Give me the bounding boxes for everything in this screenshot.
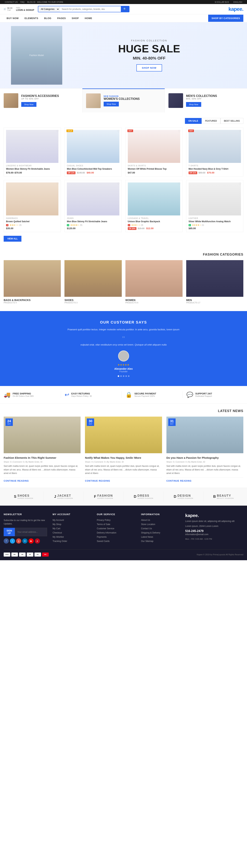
brand-shoes[interactable]: S SHOES SUPER FASHION [4, 492, 43, 502]
heart-icon-3[interactable]: ♡ [178, 129, 181, 133]
product-category-8: LEATHER [189, 217, 241, 219]
newsletter-email-input[interactable] [15, 528, 47, 536]
brand-design[interactable]: D DESIGN SUPER FASHION [163, 492, 204, 502]
cat-men-sub: MIN. 50% OFF [186, 98, 217, 100]
nav-item-home[interactable]: HOME [82, 14, 95, 22]
testimonial-dot-1[interactable] [118, 375, 119, 377]
footer-link-saved-cards[interactable]: Saved Cards [97, 540, 135, 542]
nav-item-blog[interactable]: BLOG [41, 14, 54, 22]
nav-item-buynow[interactable]: BUY NOW [4, 14, 22, 22]
blog-link[interactable]: BLOG ID [27, 1, 35, 3]
footer-link-tracking[interactable]: Tracking Order [53, 540, 91, 542]
brand-beauty[interactable]: B BEAUTY BEAUTY FASHION [204, 492, 243, 502]
nav-item-pages[interactable]: PAGES [54, 14, 69, 22]
contact-link[interactable]: CONTACT US [5, 1, 18, 3]
login-signup-link[interactable]: LOGIN & SIGNUP [16, 9, 34, 11]
testimonial-dot-5[interactable] [128, 375, 129, 377]
product-price-2: Off 11% $140.00 $40.00 [67, 171, 119, 174]
feature-shipping-title: FREE SHIPPING [12, 392, 33, 395]
nav-link-elements[interactable]: ELEMENTS [22, 14, 41, 22]
language-link[interactable]: ENGLISH [234, 1, 242, 3]
footer-link-customer-service[interactable]: Customer Service [97, 527, 135, 530]
heart-icon-6[interactable]: ♡ [117, 182, 120, 186]
cat-women-btn[interactable]: Shop Now [104, 102, 119, 106]
footer-link-about[interactable]: About Us [141, 519, 180, 521]
newsletter-title: NEWSLETTER [4, 513, 47, 516]
social-pinterest[interactable]: p [35, 538, 40, 544]
tab-on-sale[interactable]: ON SALE [185, 118, 202, 124]
feature-payment-title: SECURE PAYMENT [134, 392, 156, 395]
social-linkedin[interactable]: in [22, 538, 28, 544]
continue-reading-2[interactable]: CONTINUE READING [85, 477, 162, 482]
testimonial-dot-2[interactable] [120, 375, 122, 377]
heart-icon-8[interactable]: ♡ [239, 182, 241, 186]
nav-item-shop[interactable]: SHOP [69, 14, 82, 22]
nav-link-pages[interactable]: PAGES [54, 14, 69, 22]
heart-icon-4[interactable]: ♡ [239, 129, 241, 133]
fashion-categories-section: FASHION CATEGORIES BAGS & BACKPACKS PROD… [0, 247, 247, 311]
cat-men-btn[interactable]: Shop Now [186, 102, 201, 107]
search-button[interactable]: 🔍 [121, 6, 129, 12]
nav-link-blog[interactable]: BLOG [41, 14, 54, 22]
shop-by-categories-button[interactable]: SHOP BY CATEGORIES [208, 14, 243, 22]
social-youtube[interactable]: ▶ [29, 538, 34, 544]
footer-link-sitemap[interactable]: Our Sitemap [141, 540, 180, 542]
heart-icon-1[interactable]: ♡ [56, 129, 59, 133]
news-day-1: 24 [7, 420, 11, 423]
footer-link-my-account[interactable]: My Account [53, 519, 91, 521]
social-facebook[interactable]: f [4, 538, 9, 544]
nav-link-buynow[interactable]: BUY NOW [4, 14, 22, 22]
heart-icon-2[interactable]: ♡ [117, 129, 120, 133]
nav-link-shop[interactable]: SHOP [69, 14, 82, 22]
footer-link-my-shop[interactable]: My Shop [53, 523, 91, 526]
brand-dress[interactable]: D DRESS SUPER FASHION [124, 492, 163, 502]
brand-beauty-name: BEAUTY [217, 494, 231, 497]
hero-shop-now-button[interactable]: SHOP NOW [136, 64, 162, 71]
fashion-cat-bags[interactable]: BAGS & BACKPACKS PRODUCTS 4 [4, 260, 61, 306]
footer-link-payments[interactable]: Payments [97, 535, 135, 538]
footer-link-wishlist[interactable]: My Wishlist [53, 535, 91, 538]
social-twitter[interactable]: t [10, 538, 15, 544]
newsletter-signup-button[interactable]: SIGN UP [4, 528, 15, 536]
fashion-cat-men[interactable]: MEN PRODUCTS 17 [186, 260, 243, 306]
social-google[interactable]: g [16, 538, 21, 544]
view-all-button[interactable]: VIEW ALL [4, 236, 22, 242]
currency-link[interactable]: $ DOLLAR $US [215, 1, 229, 3]
heart-icon-7[interactable]: ♡ [178, 182, 181, 186]
newsletter-sub: Subscribe to our mailing list to get the… [4, 519, 47, 526]
fashion-cat-men-image [186, 260, 243, 297]
footer-link-shipping[interactable]: Shipping & Delivery [141, 531, 180, 534]
search-input[interactable] [60, 7, 121, 12]
footer-link-my-cart[interactable]: My Cart [53, 527, 91, 530]
faq-link[interactable]: FAQ [21, 1, 25, 3]
news-date-3: 31 MAY [168, 418, 176, 426]
review-count-6: (5) [80, 224, 82, 226]
tab-best-selling[interactable]: BEST SELLING [220, 118, 243, 124]
fashion-cat-shoes[interactable]: SHOES PRODUCTS 3 [64, 260, 122, 306]
footer-link-delivery[interactable]: Delivery Information [97, 531, 135, 534]
brand-jacket[interactable]: J JACKET SUPER FASHION [43, 492, 84, 502]
nav-link-home[interactable]: HOME [82, 14, 95, 22]
footer-link-store[interactable]: Store Location [141, 523, 180, 526]
cat-banner-men-text: MEN'S COLLECTIONS MIN. 50% OFF Shop Now [186, 94, 217, 107]
footer-link-checkout[interactable]: Checkout [53, 531, 91, 534]
tab-featured[interactable]: FEATURED [202, 118, 220, 124]
feature-secure-payment: 🔒 SECURE PAYMENT Secure Payment 100% [122, 392, 183, 398]
nav-item-elements[interactable]: ELEMENTS [22, 14, 41, 22]
product-price-8: $85.00 [189, 227, 241, 230]
cat-accessories-btn[interactable]: Shop Now [21, 102, 36, 107]
testimonial-dot-3[interactable] [123, 375, 124, 377]
brand-fashion[interactable]: F FASHION SUPER FASHION [84, 492, 124, 502]
footer-link-contact[interactable]: Contact Us [141, 527, 180, 530]
footer-link-news[interactable]: Latest News [141, 535, 180, 538]
search-category-select[interactable]: All Categories [38, 6, 60, 12]
payment-visa: VISA [4, 553, 10, 557]
footer-link-terms[interactable]: Terms of Sale [97, 523, 135, 526]
continue-reading-1[interactable]: CONTINUE READING [4, 477, 81, 482]
feature-payment-sub: Secure Payment 100% [134, 395, 156, 397]
footer-link-privacy[interactable]: Privacy Policy [97, 519, 135, 521]
continue-reading-3[interactable]: CONTINUE READING [166, 477, 243, 482]
heart-icon-5[interactable]: ♡ [56, 182, 59, 186]
testimonial-dot-4[interactable] [125, 375, 127, 377]
fashion-cat-women[interactable]: WOMEN PRODUCTS 6 [125, 260, 183, 306]
